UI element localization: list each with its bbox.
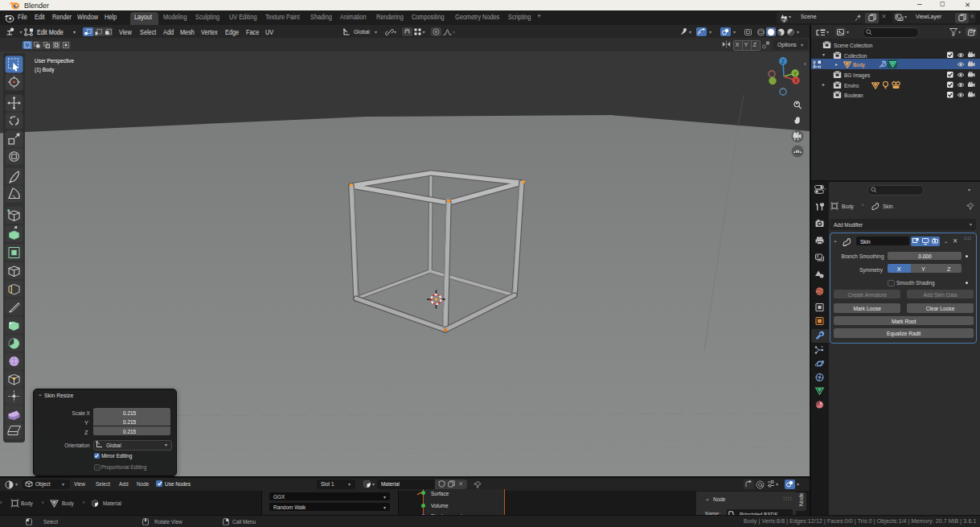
svg-text:Z: Z [781,59,785,64]
svg-text:‹: ‹ [804,60,806,68]
svg-text:Y: Y [793,71,798,76]
svg-text:X: X [794,78,798,84]
